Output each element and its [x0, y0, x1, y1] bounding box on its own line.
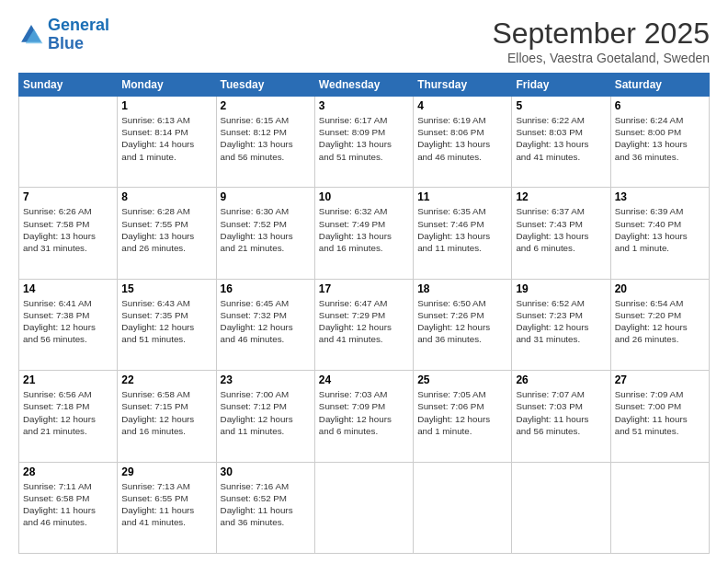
col-saturday: Saturday	[610, 74, 709, 97]
day-number: 6	[615, 99, 705, 112]
cell-content: Sunrise: 6:28 AM Sunset: 7:55 PM Dayligh…	[121, 205, 211, 254]
cell-content: Sunrise: 6:39 AM Sunset: 7:40 PM Dayligh…	[615, 205, 705, 254]
cell-content: Sunrise: 6:17 AM Sunset: 8:09 PM Dayligh…	[319, 114, 409, 163]
calendar-week-row: 28Sunrise: 7:11 AM Sunset: 6:58 PM Dayli…	[19, 462, 710, 553]
cell-content: Sunrise: 7:09 AM Sunset: 7:00 PM Dayligh…	[615, 388, 705, 437]
calendar-cell: 27Sunrise: 7:09 AM Sunset: 7:00 PM Dayli…	[610, 371, 709, 462]
cell-content: Sunrise: 6:35 AM Sunset: 7:46 PM Dayligh…	[417, 205, 507, 254]
day-number: 18	[417, 282, 507, 295]
calendar-cell	[19, 97, 118, 188]
calendar-week-row: 21Sunrise: 6:56 AM Sunset: 7:18 PM Dayli…	[19, 371, 710, 462]
cell-content: Sunrise: 6:26 AM Sunset: 7:58 PM Dayligh…	[23, 205, 113, 254]
calendar-cell: 8Sunrise: 6:28 AM Sunset: 7:55 PM Daylig…	[118, 188, 216, 279]
day-number: 2	[221, 99, 311, 112]
header: General Blue September 2025 Elloes, Vaes…	[18, 17, 710, 65]
cell-content: Sunrise: 6:43 AM Sunset: 7:35 PM Dayligh…	[121, 297, 211, 346]
cell-content: Sunrise: 7:05 AM Sunset: 7:06 PM Dayligh…	[417, 388, 507, 437]
day-number: 17	[319, 282, 409, 295]
calendar-cell: 4Sunrise: 6:19 AM Sunset: 8:06 PM Daylig…	[414, 97, 512, 188]
day-number: 10	[319, 190, 409, 203]
day-number: 21	[23, 373, 113, 386]
calendar-cell: 26Sunrise: 7:07 AM Sunset: 7:03 PM Dayli…	[512, 371, 610, 462]
calendar-cell: 19Sunrise: 6:52 AM Sunset: 7:23 PM Dayli…	[512, 279, 610, 370]
day-number: 25	[417, 373, 507, 386]
day-number: 24	[319, 373, 409, 386]
cell-content: Sunrise: 7:00 AM Sunset: 7:12 PM Dayligh…	[221, 388, 311, 437]
cell-content: Sunrise: 7:07 AM Sunset: 7:03 PM Dayligh…	[516, 388, 606, 437]
day-number: 11	[417, 190, 507, 203]
calendar-cell: 13Sunrise: 6:39 AM Sunset: 7:40 PM Dayli…	[610, 188, 709, 279]
cell-content: Sunrise: 6:45 AM Sunset: 7:32 PM Dayligh…	[221, 297, 311, 346]
month-title: September 2025	[492, 17, 710, 51]
logo-line1: General	[48, 16, 109, 34]
logo-text: General Blue	[48, 17, 109, 53]
calendar-cell: 28Sunrise: 7:11 AM Sunset: 6:58 PM Dayli…	[19, 462, 118, 553]
calendar-cell: 3Sunrise: 6:17 AM Sunset: 8:09 PM Daylig…	[314, 97, 413, 188]
logo-line2: Blue	[48, 34, 84, 52]
cell-content: Sunrise: 6:47 AM Sunset: 7:29 PM Dayligh…	[319, 297, 409, 346]
cell-content: Sunrise: 6:32 AM Sunset: 7:49 PM Dayligh…	[319, 205, 409, 254]
calendar-cell	[512, 462, 610, 553]
day-number: 29	[121, 465, 211, 478]
calendar-cell: 5Sunrise: 6:22 AM Sunset: 8:03 PM Daylig…	[512, 97, 610, 188]
day-number: 26	[516, 373, 606, 386]
calendar-cell: 23Sunrise: 7:00 AM Sunset: 7:12 PM Dayli…	[216, 371, 314, 462]
day-number: 3	[319, 99, 409, 112]
day-number: 14	[23, 282, 113, 295]
cell-content: Sunrise: 7:03 AM Sunset: 7:09 PM Dayligh…	[319, 388, 409, 437]
cell-content: Sunrise: 6:24 AM Sunset: 8:00 PM Dayligh…	[615, 114, 705, 163]
day-number: 1	[121, 99, 211, 112]
calendar-cell: 20Sunrise: 6:54 AM Sunset: 7:20 PM Dayli…	[610, 279, 709, 370]
cell-content: Sunrise: 6:54 AM Sunset: 7:20 PM Dayligh…	[615, 297, 705, 346]
cell-content: Sunrise: 7:16 AM Sunset: 6:52 PM Dayligh…	[221, 480, 311, 529]
cell-content: Sunrise: 6:58 AM Sunset: 7:15 PM Dayligh…	[121, 388, 211, 437]
calendar-cell: 29Sunrise: 7:13 AM Sunset: 6:55 PM Dayli…	[118, 462, 216, 553]
calendar-week-row: 1Sunrise: 6:13 AM Sunset: 8:14 PM Daylig…	[19, 97, 710, 188]
calendar-cell: 2Sunrise: 6:15 AM Sunset: 8:12 PM Daylig…	[216, 97, 314, 188]
calendar-cell: 11Sunrise: 6:35 AM Sunset: 7:46 PM Dayli…	[414, 188, 512, 279]
logo-icon	[18, 22, 44, 48]
calendar-cell	[610, 462, 709, 553]
day-number: 28	[23, 465, 113, 478]
cell-content: Sunrise: 6:50 AM Sunset: 7:26 PM Dayligh…	[417, 297, 507, 346]
col-wednesday: Wednesday	[314, 74, 413, 97]
calendar-cell	[414, 462, 512, 553]
day-number: 5	[516, 99, 606, 112]
cell-content: Sunrise: 6:37 AM Sunset: 7:43 PM Dayligh…	[516, 205, 606, 254]
calendar-header-row: Sunday Monday Tuesday Wednesday Thursday…	[19, 74, 710, 97]
calendar-cell: 14Sunrise: 6:41 AM Sunset: 7:38 PM Dayli…	[19, 279, 118, 370]
cell-content: Sunrise: 6:30 AM Sunset: 7:52 PM Dayligh…	[221, 205, 311, 254]
day-number: 12	[516, 190, 606, 203]
logo: General Blue	[18, 17, 109, 53]
col-thursday: Thursday	[414, 74, 512, 97]
day-number: 30	[221, 465, 311, 478]
day-number: 15	[121, 282, 211, 295]
calendar-cell: 30Sunrise: 7:16 AM Sunset: 6:52 PM Dayli…	[216, 462, 314, 553]
calendar-cell: 12Sunrise: 6:37 AM Sunset: 7:43 PM Dayli…	[512, 188, 610, 279]
col-sunday: Sunday	[19, 74, 118, 97]
calendar: Sunday Monday Tuesday Wednesday Thursday…	[18, 73, 710, 554]
day-number: 22	[121, 373, 211, 386]
calendar-cell: 17Sunrise: 6:47 AM Sunset: 7:29 PM Dayli…	[314, 279, 413, 370]
day-number: 23	[221, 373, 311, 386]
cell-content: Sunrise: 6:19 AM Sunset: 8:06 PM Dayligh…	[417, 114, 507, 163]
location: Elloes, Vaestra Goetaland, Sweden	[492, 51, 710, 65]
day-number: 7	[23, 190, 113, 203]
calendar-cell: 22Sunrise: 6:58 AM Sunset: 7:15 PM Dayli…	[118, 371, 216, 462]
calendar-cell: 25Sunrise: 7:05 AM Sunset: 7:06 PM Dayli…	[414, 371, 512, 462]
cell-content: Sunrise: 7:13 AM Sunset: 6:55 PM Dayligh…	[121, 480, 211, 529]
day-number: 20	[615, 282, 705, 295]
day-number: 8	[121, 190, 211, 203]
col-friday: Friday	[512, 74, 610, 97]
calendar-cell: 24Sunrise: 7:03 AM Sunset: 7:09 PM Dayli…	[314, 371, 413, 462]
cell-content: Sunrise: 6:52 AM Sunset: 7:23 PM Dayligh…	[516, 297, 606, 346]
calendar-cell: 7Sunrise: 6:26 AM Sunset: 7:58 PM Daylig…	[19, 188, 118, 279]
page: General Blue September 2025 Elloes, Vaes…	[0, 0, 728, 563]
calendar-cell: 9Sunrise: 6:30 AM Sunset: 7:52 PM Daylig…	[216, 188, 314, 279]
day-number: 9	[221, 190, 311, 203]
calendar-week-row: 14Sunrise: 6:41 AM Sunset: 7:38 PM Dayli…	[19, 279, 710, 370]
cell-content: Sunrise: 6:22 AM Sunset: 8:03 PM Dayligh…	[516, 114, 606, 163]
cell-content: Sunrise: 6:15 AM Sunset: 8:12 PM Dayligh…	[221, 114, 311, 163]
calendar-cell: 18Sunrise: 6:50 AM Sunset: 7:26 PM Dayli…	[414, 279, 512, 370]
col-monday: Monday	[118, 74, 216, 97]
